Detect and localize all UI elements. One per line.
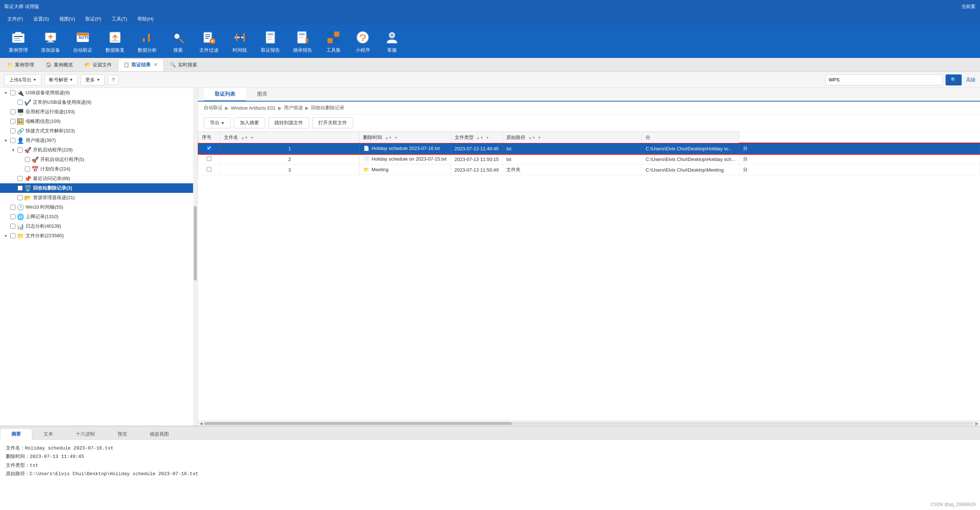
tree-checkbox-15[interactable] bbox=[10, 233, 15, 238]
bottom-tab-text[interactable]: 文本 bbox=[32, 428, 64, 440]
original-path-filter-icon[interactable]: ▼ bbox=[538, 135, 541, 140]
upload-export-caret: ▼ bbox=[33, 78, 37, 82]
account-decrypt-btn[interactable]: 帐号解密 ▼ bbox=[45, 75, 78, 85]
h-scroll-right[interactable]: ▶ bbox=[975, 421, 978, 426]
tree-item-9[interactable]: 📌最近访问记录(89) bbox=[0, 174, 197, 183]
more-btn[interactable]: 更多 ▼ bbox=[81, 75, 105, 85]
h-scroll-left[interactable]: ◀ bbox=[199, 421, 203, 426]
tree-item-1[interactable]: ✔️正常的USB设备使用痕迹(9) bbox=[0, 97, 197, 107]
tree-checkbox-6[interactable] bbox=[18, 147, 23, 153]
tree-expand-6[interactable]: ▼ bbox=[10, 147, 16, 153]
export-btn[interactable]: 导出 ▼ bbox=[204, 117, 231, 128]
tab-forensics-result-close[interactable]: ✕ bbox=[153, 62, 158, 67]
tree-item-6[interactable]: ▼🚀开机启动程序(229) bbox=[0, 145, 197, 155]
tree-checkbox-8[interactable] bbox=[25, 166, 30, 172]
tree-item-12[interactable]: 🕐Win10 时间轴(55) bbox=[0, 202, 197, 212]
sub-tab-forensics-list[interactable]: 取证列表 bbox=[204, 88, 246, 102]
row-filename-1[interactable]: 📄Holiday schedule on 2023-07-15.txt bbox=[360, 154, 450, 164]
tree-item-3[interactable]: 🖼️缩略图信息(109) bbox=[0, 116, 197, 126]
toolbar-data-analysis[interactable]: 数据分析 bbox=[135, 27, 160, 56]
menu-file[interactable]: 文件(F) bbox=[3, 14, 27, 24]
tree-checkbox-0[interactable] bbox=[10, 90, 15, 95]
tree-checkbox-13[interactable] bbox=[10, 214, 15, 219]
case-management-icon bbox=[10, 29, 26, 45]
toolbar-summary-report[interactable]: 摘录报告 bbox=[290, 27, 315, 56]
tree-item-2[interactable]: 🖥️应用程序运行痕迹(193) bbox=[0, 107, 197, 116]
col-original-path[interactable]: 原始路径 ▲▼ ▼ bbox=[503, 132, 642, 143]
tree-expand-15[interactable]: ▼ bbox=[3, 233, 9, 239]
row-checkbox-0[interactable] bbox=[207, 145, 212, 150]
table-row-2[interactable]: 3📁Meeting2023-07-13 11:50:49文件夹C:\Users\… bbox=[198, 165, 980, 175]
tree-item-13[interactable]: 🌐上网记录(1310) bbox=[0, 212, 197, 222]
tab-evidence-file[interactable]: 📂 证据文件 bbox=[79, 59, 117, 71]
row-filename-0[interactable]: 📄Holiday schedule 2023-07-16.txt bbox=[360, 143, 450, 153]
menu-tools[interactable]: 工具(T) bbox=[107, 14, 132, 24]
add-summary-btn[interactable]: 加入摘要 bbox=[234, 117, 265, 128]
bottom-tab-disk-view[interactable]: 磁盘视图 bbox=[138, 428, 180, 440]
toolbar-timeline[interactable]: 时间线 bbox=[229, 27, 251, 56]
toolbar-auto-forensics[interactable]: AUTO 自动取证 bbox=[70, 27, 95, 56]
tab-case-overview[interactable]: 🏠 案例概览 bbox=[40, 59, 78, 71]
menu-settings[interactable]: 设置(S) bbox=[29, 14, 54, 24]
jump-source-btn[interactable]: 跳转到源文件 bbox=[268, 117, 309, 128]
filename-filter-icon[interactable]: ▼ bbox=[250, 135, 254, 140]
tree-checkbox-11[interactable] bbox=[18, 195, 23, 200]
tree-checkbox-1[interactable] bbox=[18, 100, 23, 105]
tree-item-14[interactable]: 📊日志分析(40139) bbox=[0, 222, 197, 231]
bottom-tab-hex[interactable]: 十六进制 bbox=[64, 428, 106, 440]
menu-help[interactable]: 帮助(H) bbox=[133, 14, 158, 24]
table-row-0[interactable]: 1📄Holiday schedule 2023-07-16.txt2023-07… bbox=[198, 143, 980, 154]
tab-case-management[interactable]: 📁 案例管理 bbox=[2, 59, 40, 71]
toolbar-forensics-report[interactable]: 取证报告 bbox=[258, 27, 283, 56]
bottom-tab-preview[interactable]: 预览 bbox=[106, 428, 138, 440]
toolbar-miniprogram[interactable]: 小程序 bbox=[352, 27, 374, 56]
toolbar-add-device[interactable]: 添加设备 bbox=[38, 27, 63, 56]
toolbar-data-recovery[interactable]: 数据恢复 bbox=[103, 27, 127, 56]
sub-tab-gallery[interactable]: 图库 bbox=[246, 88, 278, 102]
tree-checkbox-7[interactable] bbox=[25, 157, 30, 162]
file-type-filter-icon[interactable]: ▼ bbox=[486, 135, 490, 140]
tree-expand-0[interactable]: ▼ bbox=[3, 90, 9, 96]
menu-view[interactable]: 视图(V) bbox=[55, 14, 80, 24]
row-checkbox-2[interactable] bbox=[207, 167, 212, 172]
tree-item-15[interactable]: ▼📁文件分析(223580) bbox=[0, 231, 197, 241]
toolbar-search[interactable]: 搜索 bbox=[167, 27, 189, 56]
row-checkbox-1[interactable] bbox=[207, 156, 212, 161]
tree-checkbox-2[interactable] bbox=[10, 109, 15, 115]
row-filename-2[interactable]: 📁Meeting bbox=[360, 165, 450, 175]
tree-item-7[interactable]: 🚀开机自动运行程序(5) bbox=[0, 155, 197, 164]
tab-forensics-result[interactable]: 📋 取证结果 ✕ bbox=[118, 59, 164, 71]
tree-checkbox-10[interactable] bbox=[18, 185, 23, 191]
help-btn[interactable]: ? bbox=[108, 75, 119, 85]
toolbar-toolset[interactable]: 工具集 bbox=[322, 27, 344, 56]
advanced-link[interactable]: 高级 bbox=[966, 76, 975, 83]
tree-item-4[interactable]: 🔗快捷方式文件解析(323) bbox=[0, 126, 197, 135]
tree-checkbox-12[interactable] bbox=[10, 205, 15, 210]
tree-expand-5[interactable]: ▼ bbox=[3, 137, 9, 143]
tree-checkbox-14[interactable] bbox=[10, 224, 15, 229]
search-input[interactable] bbox=[829, 77, 939, 83]
tree-checkbox-9[interactable] bbox=[18, 176, 23, 181]
table-row-1[interactable]: 2📄Holiday schedule on 2023-07-15.txt2023… bbox=[198, 154, 980, 165]
col-delete-time[interactable]: 删除时间 ▲▼ ▼ bbox=[360, 132, 451, 143]
tree-item-10[interactable]: 🗑️回收站删除记录(3) bbox=[0, 183, 197, 193]
col-filename[interactable]: 文件名 ▲▼ ▼ bbox=[220, 132, 360, 143]
open-related-btn[interactable]: 打开关联文件 bbox=[312, 117, 353, 128]
tree-checkbox-5[interactable] bbox=[10, 138, 15, 143]
toolbar-case-management[interactable]: 案例管理 bbox=[6, 27, 31, 56]
tree-item-8[interactable]: 📅计划任务(224) bbox=[0, 164, 197, 174]
col-file-type[interactable]: 文件类型 ▲▼ ▼ bbox=[450, 132, 503, 143]
tab-realtime-search[interactable]: 🔍 实时搜索 bbox=[164, 59, 203, 71]
tree-checkbox-3[interactable] bbox=[10, 119, 15, 124]
tree-item-5[interactable]: ▼👤用户痕迹(397) bbox=[0, 135, 197, 145]
menu-forensics[interactable]: 取证(P) bbox=[81, 14, 105, 24]
toolbar-file-filter[interactable]: 文件过滤 bbox=[196, 27, 221, 56]
tree-item-0[interactable]: ▼🔌USB设备使用痕迹(9) bbox=[0, 88, 197, 97]
bottom-tab-summary[interactable]: 摘要 bbox=[0, 428, 32, 440]
delete-time-filter-icon[interactable]: ▼ bbox=[394, 135, 398, 140]
toolbar-customer-service[interactable]: 客服 bbox=[381, 27, 403, 56]
tree-item-11[interactable]: 📂资源管理器痕迹(21) bbox=[0, 193, 197, 202]
upload-export-btn[interactable]: 上传&导出 ▼ bbox=[5, 75, 41, 85]
search-button[interactable]: 🔍 bbox=[945, 75, 962, 85]
tree-checkbox-4[interactable] bbox=[10, 128, 15, 134]
